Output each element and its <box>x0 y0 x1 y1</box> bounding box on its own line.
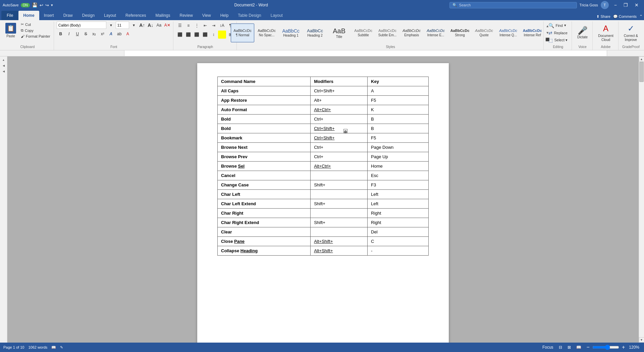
tab-insert[interactable]: Insert <box>39 11 59 20</box>
scroll-up-button[interactable]: ▲ <box>639 56 644 62</box>
sidebar-arrow-mid1[interactable]: ◀ <box>2 63 5 68</box>
document-area[interactable]: ⊕ Command Name Modifiers Key All CapsCtr… <box>7 56 639 343</box>
zoom-in-button[interactable]: + <box>621 344 626 351</box>
decrease-indent-button[interactable]: ⇤ <box>201 21 209 30</box>
undo-icon[interactable]: ↩ <box>40 3 43 8</box>
align-center-button[interactable]: ⬛ <box>184 31 193 39</box>
dictate-button[interactable]: 🎤 Dictate <box>575 25 590 40</box>
comments-button[interactable]: 💬 Comments <box>613 14 637 19</box>
scroll-down-button[interactable]: ▼ <box>639 337 644 343</box>
tab-home[interactable]: Home <box>18 11 39 20</box>
sidebar-arrow-mid2[interactable]: ◀ <box>2 69 5 74</box>
font-size-dropdown[interactable]: ▾ <box>130 21 138 29</box>
find-dropdown[interactable]: ▾ <box>564 23 566 28</box>
style-normal[interactable]: AaBbCcDc ¶ Normal <box>231 24 254 42</box>
close-button[interactable]: ✕ <box>632 2 641 8</box>
minimize-button[interactable]: − <box>611 2 620 8</box>
paste-label: Paste <box>6 34 15 38</box>
share-button[interactable]: ⬆ Share <box>596 14 610 19</box>
style-intense-q[interactable]: AaBbCcDc Intense Q... <box>496 24 520 42</box>
track-changes-icon[interactable]: ✎ <box>60 345 63 350</box>
user-avatar[interactable]: T <box>601 1 609 9</box>
text-highlight-button[interactable]: ab <box>115 30 123 38</box>
shading-button[interactable] <box>218 31 226 39</box>
save-icon[interactable]: 💾 <box>32 2 38 8</box>
autosave-toggle[interactable]: ON <box>21 3 30 7</box>
restore-button[interactable]: ❐ <box>621 2 631 8</box>
italic-button[interactable]: I <box>65 30 73 38</box>
decrease-font-button[interactable]: A↓ <box>147 21 154 29</box>
font-name-dropdown[interactable]: ▾ <box>107 21 115 29</box>
correct-improve-button[interactable]: ✓ Correct &Improve <box>621 23 641 43</box>
scroll-thumb[interactable] <box>639 62 644 82</box>
style-heading1[interactable]: AaBbCc Heading 1 <box>279 24 303 42</box>
tab-view[interactable]: View <box>198 11 216 20</box>
web-layout-button[interactable]: ⊠ <box>566 344 572 350</box>
tab-layout2[interactable]: Layout <box>266 11 287 20</box>
focus-button[interactable]: Focus <box>541 344 555 350</box>
line-spacing-button[interactable]: ↕ <box>210 31 218 39</box>
table-move-handle[interactable]: ⊕ <box>343 129 347 133</box>
tab-review[interactable]: Review <box>175 11 198 20</box>
clear-formatting-button[interactable]: A✕ <box>164 21 171 29</box>
style-heading2[interactable]: AaBbCc Heading 2 <box>303 24 327 42</box>
text-effects-button[interactable]: A <box>107 30 115 38</box>
align-right-button[interactable]: ⬛ <box>193 31 201 39</box>
style-subtitle[interactable]: AaBbCcDc Subtitle <box>352 24 375 42</box>
paste-button[interactable]: 📋 Paste <box>3 21 18 39</box>
increase-indent-button[interactable]: ⇥ <box>210 21 218 30</box>
superscript-button[interactable]: x² <box>99 30 107 38</box>
tab-table-design[interactable]: Table Design <box>233 11 266 20</box>
font-name-input[interactable] <box>57 21 106 29</box>
select-button[interactable]: ⬚ Select ▾ <box>546 37 570 44</box>
find-button[interactable]: 🔍 Find ▾ <box>546 22 570 29</box>
subscript-button[interactable]: x₂ <box>90 30 98 38</box>
cut-button[interactable]: ✂ Cut <box>19 21 52 27</box>
numbering-button[interactable]: ≡ <box>184 21 193 30</box>
style-title[interactable]: AaB Title <box>327 24 351 42</box>
replace-button[interactable]: ⇄ Replace <box>546 30 570 36</box>
tab-file[interactable]: File <box>1 11 18 20</box>
style-no-spacing[interactable]: AaBbCcDc No Spac... <box>255 24 278 42</box>
zoom-level[interactable]: 120% <box>628 344 641 350</box>
search-box[interactable]: 🔍 Search <box>449 2 577 8</box>
underline-button[interactable]: U <box>73 30 82 38</box>
style-intense-e[interactable]: AaBbCcDc Intense E... <box>424 24 447 42</box>
style-quote[interactable]: AaBbCcDc Quote <box>472 24 496 42</box>
tab-references[interactable]: References <box>121 11 151 20</box>
ribbon-collapse-icon[interactable]: ⌃ <box>639 14 643 19</box>
tab-draw[interactable]: Draw <box>59 11 77 20</box>
format-painter-button[interactable]: 🖌 Format Painter <box>19 34 52 39</box>
document-cloud-button[interactable]: A DocumentCloud <box>595 23 616 43</box>
tab-layout[interactable]: Layout <box>99 11 121 20</box>
bold-button[interactable]: B <box>57 30 65 38</box>
style-strong[interactable]: AaBbCcDc Strong <box>448 24 472 42</box>
change-case-button[interactable]: Aa <box>155 21 163 29</box>
copy-button[interactable]: ⧉ Copy <box>19 28 52 33</box>
sort-button[interactable]: ↕A <box>218 21 226 30</box>
strikethrough-button[interactable]: S <box>82 30 90 38</box>
align-left-button[interactable]: ⬛ <box>176 31 184 39</box>
tab-mailings[interactable]: Mailings <box>151 11 175 20</box>
font-size-input[interactable] <box>116 21 129 29</box>
sidebar-arrow-up[interactable]: ▲ <box>2 58 6 62</box>
spelling-icon[interactable]: 📖 <box>51 345 56 350</box>
style-intense-ref[interactable]: AaBbCcDc Intense Ref <box>521 24 544 42</box>
bullets-button[interactable]: ☰ <box>176 21 184 30</box>
increase-font-button[interactable]: A↑ <box>139 21 146 29</box>
scroll-track[interactable] <box>639 62 644 337</box>
tab-design[interactable]: Design <box>77 11 99 20</box>
zoom-slider[interactable] <box>592 345 619 350</box>
customize-icon[interactable]: ▾ <box>51 3 53 7</box>
redo-icon[interactable]: ↪ <box>45 3 49 8</box>
style-subtle-em[interactable]: AaBbCcDc Subtle Em... <box>376 24 399 42</box>
font-color-button[interactable]: A <box>124 30 132 38</box>
vertical-scrollbar[interactable]: ▲ ▼ <box>639 56 644 343</box>
justify-button[interactable]: ⬛ <box>201 31 209 39</box>
read-mode-button[interactable]: 📖 <box>575 344 583 350</box>
zoom-out-button[interactable]: − <box>585 344 591 351</box>
print-layout-button[interactable]: ⊟ <box>557 344 564 350</box>
tab-help[interactable]: Help <box>216 11 233 20</box>
multilevel-button[interactable]: ⋮ <box>193 21 201 30</box>
style-emphasis[interactable]: AaBbCcDc Emphasis <box>400 24 423 42</box>
